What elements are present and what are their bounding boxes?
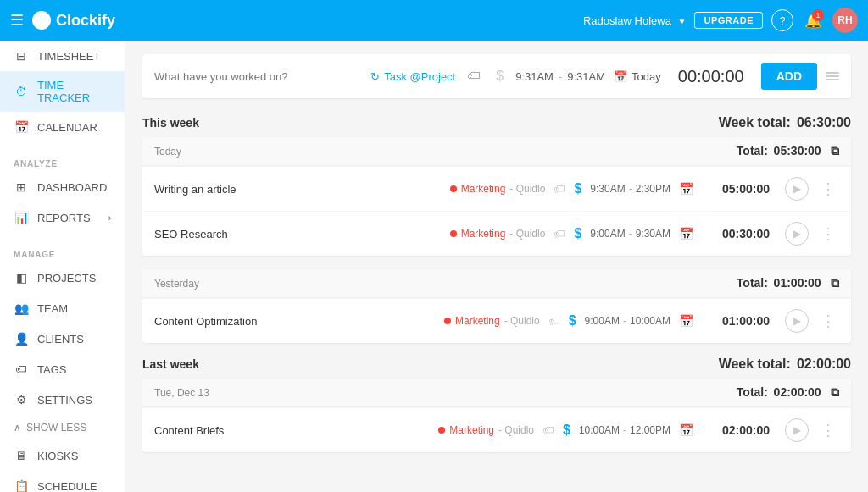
billable-icon[interactable]: $ <box>574 226 581 241</box>
table-row: Content Briefs Marketing - Quidlo 🏷 $ 10… <box>142 407 851 452</box>
sidebar-item-calendar[interactable]: 📅 CALENDAR <box>0 112 125 142</box>
play-button[interactable]: ▶ <box>785 177 809 201</box>
task-project-button[interactable]: ↻ Task @Project <box>370 70 455 83</box>
sidebar-item-reports[interactable]: 📊 REPORTS › <box>0 202 125 233</box>
sidebar-item-label: SETTINGS <box>37 394 92 406</box>
entry-project[interactable]: Marketing <box>461 183 506 195</box>
view-toggle-button[interactable] <box>826 72 839 80</box>
clients-icon: 👤 <box>14 331 29 346</box>
entry-start: 9:30AM <box>590 183 625 195</box>
sidebar-item-settings[interactable]: ⚙ SETTINGS <box>0 384 125 415</box>
more-options-button[interactable]: ⋮ <box>817 423 839 438</box>
notifications-button[interactable]: 🔔 1 <box>802 9 824 31</box>
settings-icon: ⚙ <box>14 392 29 407</box>
sidebar-item-dashboard[interactable]: ⊞ DASHBOARD <box>0 172 125 202</box>
entry-duration: 05:00:00 <box>702 182 770 196</box>
calendar-icon[interactable]: 📅 <box>679 182 693 196</box>
project-dot <box>450 185 457 192</box>
calendar-icon[interactable]: 📅 <box>679 423 693 437</box>
calendar-icon: 📅 <box>614 70 627 83</box>
more-options-button[interactable]: ⋮ <box>817 313 839 329</box>
sidebar-item-team[interactable]: 👥 TEAM <box>0 293 125 323</box>
last-week-header: Last week Week total: 02:00:00 <box>142 357 851 372</box>
tracker-bar: ↻ Task @Project 🏷 $ 9:31AM - 9:31AM 📅 To… <box>142 54 851 98</box>
help-button[interactable]: ? <box>771 9 793 31</box>
sidebar-item-label: CALENDAR <box>37 121 97 134</box>
yesterday-total: Total: 01:00:00 ⧉ <box>737 276 839 290</box>
tue-dec13-label: Tue, Dec 13 <box>154 387 209 399</box>
start-time[interactable]: 9:31AM <box>515 70 554 83</box>
sidebar-item-clients[interactable]: 👤 CLIENTS <box>0 323 125 354</box>
copy-icon[interactable]: ⧉ <box>831 276 839 290</box>
tracker-description-input[interactable] <box>154 70 362 83</box>
tue-dec13-total: Total: 02:00:00 ⧉ <box>737 385 839 400</box>
avatar[interactable]: RH <box>832 8 858 33</box>
tag-icon[interactable]: 🏷 <box>548 314 560 328</box>
tag-icon[interactable]: 🏷 <box>542 423 554 437</box>
tue-dec13-total-value: 02:00:00 <box>774 385 821 399</box>
sidebar-item-kiosks[interactable]: 🖥 KIOSKS <box>0 440 125 471</box>
entry-client: - Quidlo <box>509 183 545 195</box>
tags-icon: 🏷 <box>14 362 29 377</box>
upgrade-button[interactable]: UPGRADE <box>694 12 763 29</box>
app-header: ☰ Clockify Radoslaw Holewa ▼ UPGRADE ? 🔔… <box>0 0 868 41</box>
table-row: SEO Research Marketing - Quidlo 🏷 $ 9:00… <box>142 211 851 256</box>
last-week-total: Week total: 02:00:00 <box>719 357 851 372</box>
entry-client: - Quidlo <box>509 228 545 240</box>
play-button[interactable]: ▶ <box>785 309 809 333</box>
more-options-button[interactable]: ⋮ <box>817 226 839 241</box>
entry-project[interactable]: Marketing <box>449 424 494 436</box>
tag-icon[interactable]: 🏷 <box>554 227 565 240</box>
entry-description: Content Optimization <box>154 315 436 328</box>
date-picker-button[interactable]: 📅 Today <box>614 70 661 83</box>
entry-description: Writing an article <box>154 183 442 196</box>
main-content: ↻ Task @Project 🏷 $ 9:31AM - 9:31AM 📅 To… <box>125 41 868 492</box>
today-total: Total: 05:30:00 ⧉ <box>737 144 839 158</box>
calendar-icon[interactable]: 📅 <box>679 314 693 328</box>
entry-description: SEO Research <box>154 228 442 240</box>
sidebar-item-label: SCHEDULE <box>37 480 97 493</box>
project-dot <box>438 427 445 434</box>
show-less-button[interactable]: ∧ SHOW LESS <box>0 415 125 440</box>
manage-section-label: MANAGE <box>0 240 125 263</box>
sidebar-item-tags[interactable]: 🏷 TAGS <box>0 354 125 384</box>
play-button[interactable]: ▶ <box>785 418 809 442</box>
tag-icon[interactable]: 🏷 <box>554 182 565 196</box>
add-button[interactable]: ADD <box>761 63 817 90</box>
time-tracker-icon: ⏱ <box>14 84 29 99</box>
play-button[interactable]: ▶ <box>785 222 809 246</box>
entry-end: 2:30PM <box>636 183 670 195</box>
copy-icon[interactable]: ⧉ <box>831 144 839 158</box>
tue-dec13-header: Tue, Dec 13 Total: 02:00:00 ⧉ <box>142 379 851 407</box>
kiosks-icon: 🖥 <box>14 448 29 463</box>
entry-project[interactable]: Marketing <box>461 228 506 240</box>
sidebar-item-schedule[interactable]: 📋 SCHEDULE <box>0 471 125 492</box>
user-name[interactable]: Radoslaw Holewa ▼ <box>583 14 687 27</box>
more-options-button[interactable]: ⋮ <box>817 181 839 196</box>
project-dot <box>450 230 457 237</box>
schedule-icon: 📋 <box>14 478 29 492</box>
copy-icon[interactable]: ⧉ <box>831 385 839 399</box>
billable-icon[interactable]: $ <box>574 181 581 196</box>
sidebar-item-time-tracker[interactable]: ⏱ TIME TRACKER <box>0 71 125 112</box>
billable-icon[interactable]: $ <box>569 313 576 329</box>
calendar-icon[interactable]: 📅 <box>679 227 693 240</box>
last-week-section: Last week Week total: 02:00:00 Tue, Dec … <box>142 357 851 452</box>
billable-icon-button[interactable]: $ <box>492 69 507 84</box>
entry-duration: 02:00:00 <box>702 423 770 437</box>
sidebar-item-projects[interactable]: ◧ PROJECTS <box>0 263 125 293</box>
table-row: Content Optimization Marketing - Quidlo … <box>142 298 851 343</box>
end-time[interactable]: 9:31AM <box>567 70 605 83</box>
entry-client: - Quidlo <box>498 424 534 436</box>
this-week-header: This week Week total: 06:30:00 <box>142 115 851 130</box>
tue-dec13-group: Tue, Dec 13 Total: 02:00:00 ⧉ Content Br… <box>142 379 851 452</box>
entry-project[interactable]: Marketing <box>455 315 500 327</box>
billable-icon[interactable]: $ <box>563 423 570 438</box>
project-dot <box>444 318 451 324</box>
sidebar-item-label: TEAM <box>37 302 68 315</box>
yesterday-group: Yesterday Total: 01:00:00 ⧉ Content Opti… <box>142 269 851 343</box>
entry-start: 9:00AM <box>585 315 620 327</box>
tag-icon-button[interactable]: 🏷 <box>464 69 484 84</box>
hamburger-icon[interactable]: ☰ <box>10 11 24 30</box>
sidebar-item-timesheet[interactable]: ⊟ TIMESHEET <box>0 41 125 71</box>
